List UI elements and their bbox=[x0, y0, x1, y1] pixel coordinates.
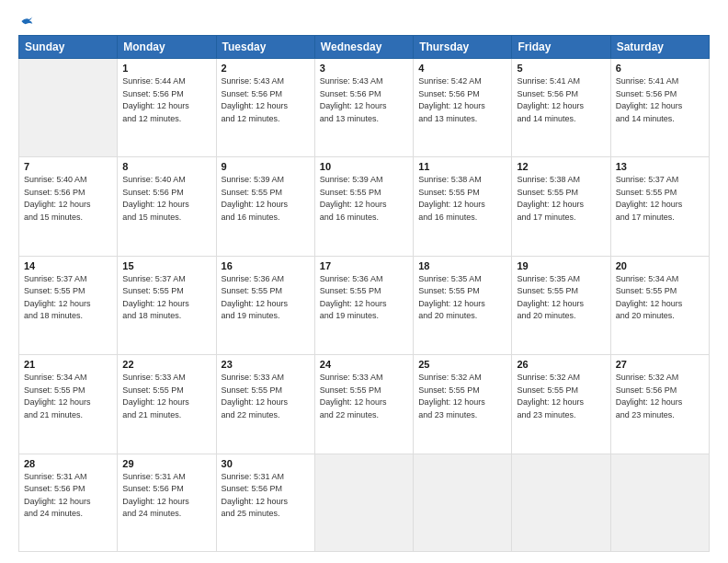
calendar-cell: 2Sunrise: 5:43 AM Sunset: 5:56 PM Daylig… bbox=[216, 59, 314, 157]
calendar-cell: 24Sunrise: 5:33 AM Sunset: 5:55 PM Dayli… bbox=[314, 355, 413, 454]
day-info: Sunrise: 5:44 AM Sunset: 5:56 PM Dayligh… bbox=[122, 75, 210, 125]
day-info: Sunrise: 5:31 AM Sunset: 5:56 PM Dayligh… bbox=[122, 471, 210, 521]
day-info: Sunrise: 5:43 AM Sunset: 5:56 PM Dayligh… bbox=[320, 75, 408, 125]
day-info: Sunrise: 5:37 AM Sunset: 5:55 PM Dayligh… bbox=[122, 273, 210, 323]
day-number: 5 bbox=[517, 63, 605, 74]
calendar-cell: 22Sunrise: 5:33 AM Sunset: 5:55 PM Dayli… bbox=[118, 355, 216, 454]
calendar-cell: 4Sunrise: 5:42 AM Sunset: 5:56 PM Daylig… bbox=[414, 59, 512, 157]
calendar-cell: 1Sunrise: 5:44 AM Sunset: 5:56 PM Daylig… bbox=[118, 59, 216, 157]
col-header-sunday: Sunday bbox=[19, 36, 118, 59]
day-number: 24 bbox=[320, 359, 408, 370]
day-info: Sunrise: 5:43 AM Sunset: 5:56 PM Dayligh… bbox=[222, 75, 310, 125]
week-row-1: 1Sunrise: 5:44 AM Sunset: 5:56 PM Daylig… bbox=[19, 59, 710, 157]
day-info: Sunrise: 5:32 AM Sunset: 5:56 PM Dayligh… bbox=[616, 372, 704, 421]
day-info: Sunrise: 5:41 AM Sunset: 5:56 PM Dayligh… bbox=[616, 75, 704, 125]
calendar-cell bbox=[610, 454, 709, 551]
day-info: Sunrise: 5:36 AM Sunset: 5:55 PM Dayligh… bbox=[222, 273, 310, 323]
day-number: 28 bbox=[24, 458, 112, 469]
week-row-3: 14Sunrise: 5:37 AM Sunset: 5:55 PM Dayli… bbox=[19, 256, 710, 354]
calendar-cell: 8Sunrise: 5:40 AM Sunset: 5:56 PM Daylig… bbox=[118, 157, 216, 256]
day-number: 7 bbox=[24, 161, 112, 172]
day-number: 21 bbox=[24, 359, 112, 370]
day-info: Sunrise: 5:36 AM Sunset: 5:55 PM Dayligh… bbox=[320, 273, 408, 323]
calendar-cell bbox=[19, 59, 118, 157]
calendar-cell: 16Sunrise: 5:36 AM Sunset: 5:55 PM Dayli… bbox=[216, 256, 314, 354]
day-info: Sunrise: 5:32 AM Sunset: 5:55 PM Dayligh… bbox=[517, 372, 605, 421]
day-number: 22 bbox=[122, 359, 210, 370]
calendar-cell: 9Sunrise: 5:39 AM Sunset: 5:55 PM Daylig… bbox=[216, 157, 314, 256]
col-header-wednesday: Wednesday bbox=[314, 36, 413, 59]
day-number: 23 bbox=[222, 359, 310, 370]
week-row-5: 28Sunrise: 5:31 AM Sunset: 5:56 PM Dayli… bbox=[19, 454, 710, 551]
calendar-cell: 17Sunrise: 5:36 AM Sunset: 5:55 PM Dayli… bbox=[314, 256, 413, 354]
day-number: 19 bbox=[517, 260, 605, 271]
calendar-cell: 12Sunrise: 5:38 AM Sunset: 5:55 PM Dayli… bbox=[512, 157, 610, 256]
day-number: 27 bbox=[616, 359, 704, 370]
logo-bird-icon bbox=[20, 15, 33, 28]
day-info: Sunrise: 5:37 AM Sunset: 5:55 PM Dayligh… bbox=[24, 273, 112, 323]
day-number: 25 bbox=[418, 359, 506, 370]
col-header-friday: Friday bbox=[512, 36, 610, 59]
day-number: 10 bbox=[320, 161, 408, 172]
calendar-cell: 26Sunrise: 5:32 AM Sunset: 5:55 PM Dayli… bbox=[512, 355, 610, 454]
calendar-cell: 5Sunrise: 5:41 AM Sunset: 5:56 PM Daylig… bbox=[512, 59, 610, 157]
calendar-cell: 3Sunrise: 5:43 AM Sunset: 5:56 PM Daylig… bbox=[314, 59, 413, 157]
day-info: Sunrise: 5:38 AM Sunset: 5:55 PM Dayligh… bbox=[517, 174, 605, 224]
calendar-cell: 23Sunrise: 5:33 AM Sunset: 5:55 PM Dayli… bbox=[216, 355, 314, 454]
day-number: 8 bbox=[122, 161, 210, 172]
calendar-cell: 18Sunrise: 5:35 AM Sunset: 5:55 PM Dayli… bbox=[414, 256, 512, 354]
day-info: Sunrise: 5:31 AM Sunset: 5:56 PM Dayligh… bbox=[222, 471, 310, 521]
calendar-header-row: SundayMondayTuesdayWednesdayThursdayFrid… bbox=[19, 36, 710, 59]
day-number: 20 bbox=[616, 260, 704, 271]
calendar-cell: 10Sunrise: 5:39 AM Sunset: 5:55 PM Dayli… bbox=[314, 157, 413, 256]
calendar-cell bbox=[314, 454, 413, 551]
col-header-thursday: Thursday bbox=[414, 36, 512, 59]
day-number: 17 bbox=[320, 260, 408, 271]
day-info: Sunrise: 5:31 AM Sunset: 5:56 PM Dayligh… bbox=[24, 471, 112, 521]
day-number: 3 bbox=[320, 63, 408, 74]
week-row-2: 7Sunrise: 5:40 AM Sunset: 5:56 PM Daylig… bbox=[19, 157, 710, 256]
day-number: 9 bbox=[222, 161, 310, 172]
logo bbox=[18, 15, 33, 28]
day-info: Sunrise: 5:37 AM Sunset: 5:55 PM Dayligh… bbox=[616, 174, 704, 224]
day-info: Sunrise: 5:32 AM Sunset: 5:55 PM Dayligh… bbox=[418, 372, 506, 421]
calendar-cell: 15Sunrise: 5:37 AM Sunset: 5:55 PM Dayli… bbox=[118, 256, 216, 354]
day-info: Sunrise: 5:33 AM Sunset: 5:55 PM Dayligh… bbox=[122, 372, 210, 421]
day-number: 2 bbox=[222, 63, 310, 74]
day-number: 12 bbox=[517, 161, 605, 172]
day-info: Sunrise: 5:42 AM Sunset: 5:56 PM Dayligh… bbox=[418, 75, 506, 125]
header bbox=[18, 15, 710, 28]
day-info: Sunrise: 5:35 AM Sunset: 5:55 PM Dayligh… bbox=[418, 273, 506, 323]
calendar-cell: 14Sunrise: 5:37 AM Sunset: 5:55 PM Dayli… bbox=[19, 256, 118, 354]
calendar-cell: 27Sunrise: 5:32 AM Sunset: 5:56 PM Dayli… bbox=[610, 355, 709, 454]
day-number: 26 bbox=[517, 359, 605, 370]
day-number: 6 bbox=[616, 63, 704, 74]
day-info: Sunrise: 5:39 AM Sunset: 5:55 PM Dayligh… bbox=[222, 174, 310, 224]
calendar-cell bbox=[414, 454, 512, 551]
day-info: Sunrise: 5:34 AM Sunset: 5:55 PM Dayligh… bbox=[616, 273, 704, 323]
day-number: 18 bbox=[418, 260, 506, 271]
page: SundayMondayTuesdayWednesdayThursdayFrid… bbox=[0, 0, 728, 563]
day-info: Sunrise: 5:33 AM Sunset: 5:55 PM Dayligh… bbox=[222, 372, 310, 421]
day-number: 4 bbox=[418, 63, 506, 74]
day-number: 15 bbox=[122, 260, 210, 271]
day-info: Sunrise: 5:33 AM Sunset: 5:55 PM Dayligh… bbox=[320, 372, 408, 421]
day-number: 16 bbox=[222, 260, 310, 271]
day-info: Sunrise: 5:34 AM Sunset: 5:55 PM Dayligh… bbox=[24, 372, 112, 421]
day-number: 1 bbox=[122, 63, 210, 74]
day-info: Sunrise: 5:38 AM Sunset: 5:55 PM Dayligh… bbox=[418, 174, 506, 224]
day-number: 13 bbox=[616, 161, 704, 172]
calendar-cell: 19Sunrise: 5:35 AM Sunset: 5:55 PM Dayli… bbox=[512, 256, 610, 354]
calendar-table: SundayMondayTuesdayWednesdayThursdayFrid… bbox=[18, 35, 710, 552]
calendar-cell: 13Sunrise: 5:37 AM Sunset: 5:55 PM Dayli… bbox=[610, 157, 709, 256]
col-header-monday: Monday bbox=[118, 36, 216, 59]
calendar-cell: 25Sunrise: 5:32 AM Sunset: 5:55 PM Dayli… bbox=[414, 355, 512, 454]
day-info: Sunrise: 5:40 AM Sunset: 5:56 PM Dayligh… bbox=[24, 174, 112, 224]
day-number: 30 bbox=[222, 458, 310, 469]
calendar-cell: 30Sunrise: 5:31 AM Sunset: 5:56 PM Dayli… bbox=[216, 454, 314, 551]
week-row-4: 21Sunrise: 5:34 AM Sunset: 5:55 PM Dayli… bbox=[19, 355, 710, 454]
calendar-cell: 6Sunrise: 5:41 AM Sunset: 5:56 PM Daylig… bbox=[610, 59, 709, 157]
day-info: Sunrise: 5:35 AM Sunset: 5:55 PM Dayligh… bbox=[517, 273, 605, 323]
col-header-saturday: Saturday bbox=[610, 36, 709, 59]
day-number: 14 bbox=[24, 260, 112, 271]
